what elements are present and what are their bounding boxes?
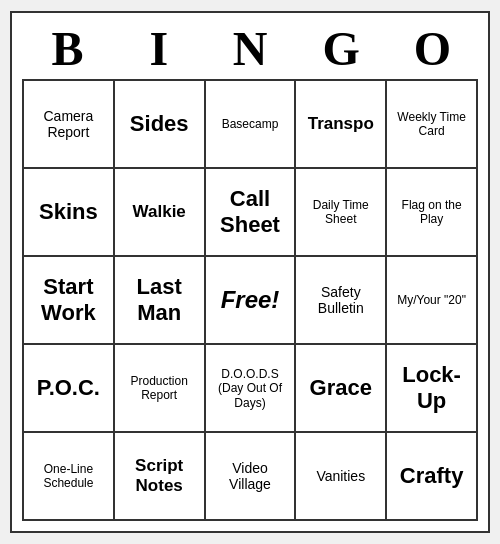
cell-r5c1[interactable]: One-Line Schedule	[24, 433, 115, 521]
cell-r5c3[interactable]: Video Village	[206, 433, 297, 521]
letter-n: N	[204, 23, 295, 76]
cell-r1c1[interactable]: Camera Report	[24, 81, 115, 169]
cell-r1c2[interactable]: Sides	[115, 81, 206, 169]
cell-r1c4[interactable]: Transpo	[296, 81, 387, 169]
cell-r4c4[interactable]: Grace	[296, 345, 387, 433]
cell-r5c5[interactable]: Crafty	[387, 433, 478, 521]
cell-r2c2[interactable]: Walkie	[115, 169, 206, 257]
letter-i: I	[113, 23, 204, 76]
cell-r4c3[interactable]: D.O.O.D.S (Day Out Of Days)	[206, 345, 297, 433]
cell-r4c1[interactable]: P.O.C.	[24, 345, 115, 433]
cell-r3c2[interactable]: Last Man	[115, 257, 206, 345]
cell-r5c4[interactable]: Vanities	[296, 433, 387, 521]
letter-o: O	[387, 23, 478, 76]
bingo-grid: Camera Report Sides Basecamp Transpo Wee…	[22, 79, 478, 521]
letter-b: B	[22, 23, 113, 76]
letter-g: G	[296, 23, 387, 76]
cell-r3c3-free[interactable]: Free!	[206, 257, 297, 345]
cell-r2c1[interactable]: Skins	[24, 169, 115, 257]
cell-r1c3[interactable]: Basecamp	[206, 81, 297, 169]
cell-r3c4[interactable]: Safety Bulletin	[296, 257, 387, 345]
cell-r3c5[interactable]: My/Your "20"	[387, 257, 478, 345]
cell-r2c4[interactable]: Daily Time Sheet	[296, 169, 387, 257]
cell-r1c5[interactable]: Weekly Time Card	[387, 81, 478, 169]
bingo-header: B I N G O	[22, 23, 478, 76]
cell-r4c5[interactable]: Lock-Up	[387, 345, 478, 433]
cell-r2c3[interactable]: Call Sheet	[206, 169, 297, 257]
cell-r2c5[interactable]: Flag on the Play	[387, 169, 478, 257]
cell-r3c1[interactable]: Start Work	[24, 257, 115, 345]
cell-r4c2[interactable]: Production Report	[115, 345, 206, 433]
bingo-card: B I N G O Camera Report Sides Basecamp T…	[10, 11, 490, 534]
cell-r5c2[interactable]: Script Notes	[115, 433, 206, 521]
